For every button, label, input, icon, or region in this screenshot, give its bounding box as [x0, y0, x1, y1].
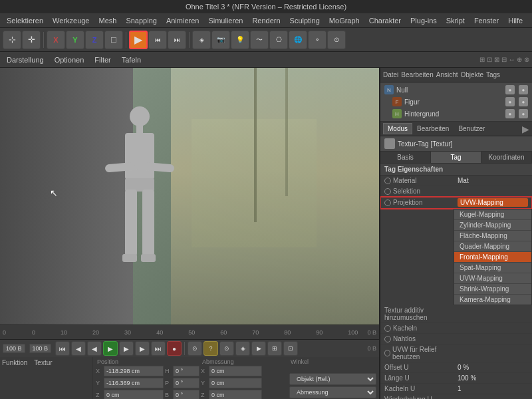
- modus-tab[interactable]: Modus: [383, 123, 412, 134]
- frame-indicator[interactable]: 100 B: [3, 344, 25, 353]
- pos-x-input[interactable]: [104, 366, 164, 376]
- subtab-koordinaten[interactable]: Koordinaten: [481, 152, 532, 163]
- dropdown-group: Objekt (Rel.) Abmessung Anwenden: [289, 366, 376, 399]
- playback-step-back[interactable]: ◀: [87, 341, 102, 356]
- toolbar-y-btn[interactable]: Y: [66, 31, 84, 49]
- toolbar-scene-btn[interactable]: 🌐: [289, 31, 307, 49]
- pos-y-input[interactable]: [104, 378, 164, 388]
- size-z-input[interactable]: [209, 390, 262, 399]
- toolbar-camera-btn[interactable]: 📷: [211, 31, 230, 49]
- frame-field[interactable]: 100 B: [29, 344, 52, 353]
- hintergrund-vis-icon[interactable]: ●: [505, 109, 515, 118]
- menu-selektieren[interactable]: Selektieren: [3, 15, 47, 26]
- toolbar2-filter[interactable]: Filter: [90, 55, 114, 65]
- pos-z-input[interactable]: [104, 390, 164, 399]
- size-x-input[interactable]: [209, 366, 262, 376]
- playback-target[interactable]: ⊙: [188, 341, 202, 356]
- obj-tab-datei[interactable]: Datei: [383, 71, 398, 78]
- dropdown-item-zylinder[interactable]: Zylinder-Mapping: [454, 220, 531, 231]
- subtab-basis[interactable]: Basis: [380, 152, 431, 163]
- figur-render-icon[interactable]: ●: [519, 97, 528, 106]
- menu-fenster[interactable]: Fenster: [470, 15, 503, 26]
- dropdown-item-shrink[interactable]: Shrink-Wrapping: [454, 284, 531, 295]
- bearbeiten-tab[interactable]: Bearbeiten: [412, 123, 454, 134]
- playback-extra5[interactable]: ⊡: [283, 341, 298, 356]
- dropdown-item-kugel[interactable]: Kugel-Mapping: [454, 209, 531, 220]
- toolbar-deform-btn[interactable]: ⎔: [269, 31, 288, 49]
- toolbar2-darstellung[interactable]: Darstellung: [3, 55, 48, 65]
- subtab-tag[interactable]: Tag: [431, 152, 481, 163]
- playback-extra1[interactable]: ⊙: [219, 341, 234, 356]
- menu-sculpting[interactable]: Sculpting: [286, 15, 324, 26]
- dropdown-item-frontal[interactable]: Frontal-Mapping: [454, 252, 531, 263]
- toolbar-select-btn[interactable]: ⊹: [3, 31, 21, 49]
- toolbar-move-btn[interactable]: ✛: [22, 31, 41, 49]
- menu-snapping[interactable]: Snapping: [122, 15, 161, 26]
- menu-rendern[interactable]: Rendern: [248, 15, 284, 26]
- pos-h-input[interactable]: [173, 366, 200, 376]
- toolbar-mode-btn[interactable]: □: [104, 31, 123, 49]
- toolbar2-optionen[interactable]: Optionen: [51, 55, 88, 65]
- toolbar-next-btn[interactable]: ⏭: [168, 31, 186, 49]
- pos-p-label: P: [165, 380, 172, 386]
- playback-extra4[interactable]: ⊞: [267, 341, 282, 356]
- dropdown-item-quader[interactable]: Quader-Mapping: [454, 241, 531, 252]
- expand-icon[interactable]: ▶: [522, 124, 529, 134]
- toolbar2-tafeln[interactable]: Tafeln: [118, 55, 145, 65]
- null-vis-icon[interactable]: ●: [505, 85, 515, 94]
- size-y-input[interactable]: [209, 378, 262, 388]
- menu-werkzeuge[interactable]: Werkzeuge: [49, 15, 93, 26]
- prop-projektion-value[interactable]: UVW-Mapping: [458, 198, 528, 207]
- playback-extra3[interactable]: ▶: [251, 341, 266, 356]
- tree-item-null[interactable]: N Null ● ●: [382, 84, 531, 96]
- menu-charakter[interactable]: Charakter: [365, 15, 405, 26]
- toolbar-null-btn[interactable]: ◈: [192, 31, 211, 49]
- dropdown-item-flache[interactable]: Fläche-Mapping: [454, 231, 531, 241]
- dropdown-item-uvw[interactable]: UVW-Mapping: [454, 273, 531, 284]
- menu-simulieren[interactable]: Simulieren: [204, 15, 247, 26]
- playback-next-frame[interactable]: ▶: [135, 341, 150, 356]
- menu-mesh[interactable]: Mesh: [94, 15, 120, 26]
- pos-p-input[interactable]: [173, 378, 200, 388]
- menu-animieren[interactable]: Animieren: [162, 15, 203, 26]
- playback-goto-end[interactable]: ⏭: [151, 341, 166, 356]
- properties-scroll[interactable]: Material Mat Selektion Projektion: [380, 176, 532, 399]
- toolbar-prev-btn[interactable]: ⏮: [148, 31, 167, 49]
- obj-tab-ansicht[interactable]: Ansicht: [436, 71, 458, 78]
- null-render-icon[interactable]: ●: [519, 85, 528, 94]
- toolbar-play-active-btn[interactable]: ▶: [129, 31, 148, 49]
- objekt-dropdown[interactable]: Objekt (Rel.): [289, 373, 376, 385]
- toolbar-z-btn[interactable]: Z: [85, 31, 104, 49]
- 3d-viewport[interactable]: ↖: [0, 68, 379, 325]
- abmessung-dropdown[interactable]: Abmessung: [289, 386, 376, 398]
- playback-goto-start[interactable]: ⏮: [55, 341, 70, 356]
- toolbar-spline-btn[interactable]: 〜: [250, 31, 269, 49]
- dropdown-item-kamera[interactable]: Kamera-Mapping: [454, 295, 531, 305]
- playback-help[interactable]: ?: [203, 341, 218, 356]
- toolbar-light-btn[interactable]: 💡: [231, 31, 249, 49]
- playback-extra2[interactable]: ◈: [235, 341, 250, 356]
- tree-item-figur[interactable]: F Figur ● ●: [382, 96, 531, 108]
- benutzer-tab[interactable]: Benutzer: [454, 123, 489, 134]
- obj-tab-bearbeiten[interactable]: Bearbeiten: [401, 71, 433, 78]
- menu-hilfe[interactable]: Hilfe: [504, 15, 527, 26]
- menu-mograph[interactable]: MoGraph: [325, 15, 364, 26]
- obj-tab-tags[interactable]: Tags: [486, 71, 500, 78]
- playback-play[interactable]: ▶: [103, 341, 118, 356]
- menu-skript[interactable]: Skript: [442, 15, 469, 26]
- dropdown-item-spat[interactable]: Spat-Mapping: [454, 263, 531, 273]
- size-y-label: Y: [201, 380, 207, 386]
- figur-vis-icon[interactable]: ●: [505, 97, 515, 106]
- tree-item-hintergrund[interactable]: H Hintergrund ● ●: [382, 108, 531, 120]
- toolbar-particle-btn[interactable]: ⚬: [308, 31, 327, 49]
- toolbar-target-btn[interactable]: ⊙: [327, 31, 346, 49]
- toolbar-x-btn[interactable]: X: [47, 31, 65, 49]
- playback-step-fwd[interactable]: ▶: [119, 341, 134, 356]
- hintergrund-render-icon[interactable]: ●: [519, 109, 528, 118]
- obj-tab-objekte[interactable]: Objekte: [461, 71, 483, 78]
- playback-prev-frame[interactable]: ◀: [71, 341, 86, 356]
- prop-lange-u: Länge U 100 %: [380, 373, 532, 384]
- pos-b-input[interactable]: [173, 390, 200, 399]
- playback-record[interactable]: ●: [167, 341, 182, 356]
- menu-plugins[interactable]: Plug-ins: [406, 15, 441, 26]
